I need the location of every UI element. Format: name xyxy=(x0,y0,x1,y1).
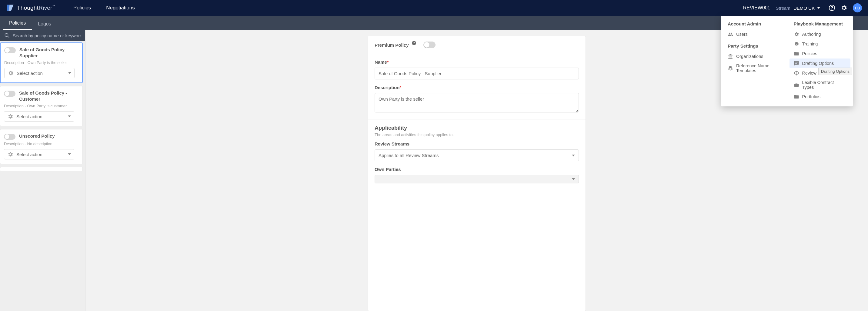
policy-enable-toggle[interactable] xyxy=(4,134,16,140)
settings-item-label: Drafting Options xyxy=(802,61,834,66)
description-input[interactable] xyxy=(375,93,579,113)
stream-label: Stream: xyxy=(776,5,792,10)
help-icon[interactable]: ? xyxy=(412,41,416,45)
description-label: Description* xyxy=(375,85,579,90)
policy-action-label: Select action xyxy=(17,152,42,157)
chevron-down-icon xyxy=(68,116,71,117)
layers-icon xyxy=(728,65,733,71)
settings-item-authoring[interactable]: Authoring xyxy=(789,29,851,39)
settings-heading-playbook-management: Playbook Management xyxy=(789,20,851,29)
policy-description: Description - Own Party is customer xyxy=(4,104,79,108)
gear-icon xyxy=(7,151,13,157)
settings-item-reference-name-templates[interactable]: Reference Name Templates xyxy=(723,61,785,75)
policy-card[interactable]: Unscored Policy Description - No descrip… xyxy=(0,129,83,164)
settings-item-users[interactable]: Users xyxy=(723,29,785,39)
svg-point-1 xyxy=(831,9,832,9)
tab-policies[interactable]: Policies xyxy=(3,17,32,30)
brand-logo[interactable]: ThoughtRiver™ xyxy=(6,4,55,12)
policy-description: Description - Own Party is the seller xyxy=(4,60,79,65)
policy-search[interactable] xyxy=(0,30,85,41)
policy-action-select[interactable]: Select action xyxy=(4,111,74,122)
own-parties-select[interactable] xyxy=(375,175,579,183)
policy-title: Sale of Goods Policy - Customer xyxy=(19,90,79,102)
settings-item-label: Lexible Contract Types xyxy=(802,80,846,90)
nav-negotiations[interactable]: Negotiations xyxy=(106,5,135,11)
policy-action-select[interactable]: Select action xyxy=(4,68,74,78)
tooltip: Drafting Options xyxy=(818,68,852,75)
policy-description: Description - No description xyxy=(4,142,79,146)
policy-card[interactable]: Sale of Goods Policy - Customer Descript… xyxy=(0,86,83,126)
search-input[interactable] xyxy=(13,33,81,38)
chevron-down-icon xyxy=(572,155,575,156)
policy-card[interactable]: Sale of Goods Policy - Supplier Descript… xyxy=(0,42,83,83)
own-parties-label: Own Parties xyxy=(375,167,579,172)
stream-selector[interactable]: Stream: DEMO UK xyxy=(776,5,820,10)
stream-value: DEMO UK xyxy=(794,5,815,10)
settings-item-label: Users xyxy=(736,32,748,37)
globe-icon xyxy=(794,70,799,76)
settings-item-label: Training xyxy=(802,41,818,46)
policy-action-label: Select action xyxy=(17,114,42,119)
svg-line-3 xyxy=(7,36,9,38)
search-icon xyxy=(4,33,10,38)
tab-logos[interactable]: Logos xyxy=(32,18,57,30)
settings-item-label: Policies xyxy=(802,51,817,56)
settings-heading-account-admin: Account Admin xyxy=(723,20,785,29)
settings-item-organizations[interactable]: Organizations xyxy=(723,52,785,61)
settings-item-portfolios[interactable]: Portfolios xyxy=(789,92,851,101)
gear-icon xyxy=(7,113,13,119)
top-bar: ThoughtRiver™ Policies Negotiations REVI… xyxy=(0,0,868,16)
policy-form-card: Premium Policy ? Name* Description* Appl… xyxy=(368,36,586,311)
chevron-down-icon xyxy=(68,72,71,74)
settings-panel: Account Admin Users Party Settings Organ… xyxy=(721,16,853,106)
applicability-subtitle: The areas and activities this policy app… xyxy=(375,132,579,137)
name-label: Name* xyxy=(375,59,579,65)
chat-icon xyxy=(794,61,799,66)
applicability-title: Applicability xyxy=(375,125,579,131)
avatar[interactable]: FB xyxy=(853,3,862,12)
nav-policies[interactable]: Policies xyxy=(73,5,91,11)
settings-item-label: Organizations xyxy=(736,54,763,59)
gear-icon xyxy=(7,70,13,76)
chevron-down-icon xyxy=(68,153,71,155)
review-streams-label: Review Streams xyxy=(375,141,579,147)
policy-title: Sale of Goods Policy - Supplier xyxy=(20,47,79,59)
review-streams-select[interactable]: Applies to all Review Streams xyxy=(375,150,579,161)
settings-item-label: Authoring xyxy=(802,32,821,37)
chevron-down-icon xyxy=(572,178,575,180)
premium-policy-label: Premium Policy xyxy=(375,42,409,48)
policy-action-label: Select action xyxy=(17,71,43,76)
gear-icon[interactable] xyxy=(841,4,847,11)
policy-card[interactable] xyxy=(0,167,83,171)
settings-item-training[interactable]: Training xyxy=(789,39,851,49)
policy-action-select[interactable]: Select action xyxy=(4,149,74,159)
users-icon xyxy=(728,32,733,37)
settings-heading-party-settings: Party Settings xyxy=(723,39,785,52)
folder-icon xyxy=(794,94,799,99)
name-input[interactable] xyxy=(375,68,579,80)
brand-name: ThoughtRiver™ xyxy=(17,4,55,11)
settings-item-label: Portfolios xyxy=(802,94,820,99)
review-streams-value: Applies to all Review Streams xyxy=(378,153,438,158)
chevron-down-icon xyxy=(817,7,820,9)
policy-title: Unscored Policy xyxy=(19,133,55,139)
settings-item-policies[interactable]: Policies xyxy=(789,49,851,59)
review-id: REVIEW001 xyxy=(743,5,770,10)
settings-item-lexible-contract-types[interactable]: Lexible Contract Types xyxy=(789,78,851,92)
organization-icon xyxy=(728,54,733,59)
policy-list: Sale of Goods Policy - Supplier Descript… xyxy=(0,41,85,311)
settings-item-label: Reference Name Templates xyxy=(736,63,780,73)
gear-icon xyxy=(794,32,799,37)
graduation-cap-icon xyxy=(794,41,799,47)
help-icon[interactable] xyxy=(829,4,835,11)
policy-enable-toggle[interactable] xyxy=(4,91,16,97)
brand-logo-icon xyxy=(6,4,14,12)
briefcase-icon xyxy=(794,82,799,88)
policy-enable-toggle[interactable] xyxy=(4,47,16,53)
folder-icon xyxy=(794,51,799,56)
policy-sidebar: Sale of Goods Policy - Supplier Descript… xyxy=(0,30,86,311)
premium-policy-toggle[interactable] xyxy=(424,41,435,48)
settings-item-drafting-options[interactable]: Drafting Options Drafting Options xyxy=(789,59,851,68)
